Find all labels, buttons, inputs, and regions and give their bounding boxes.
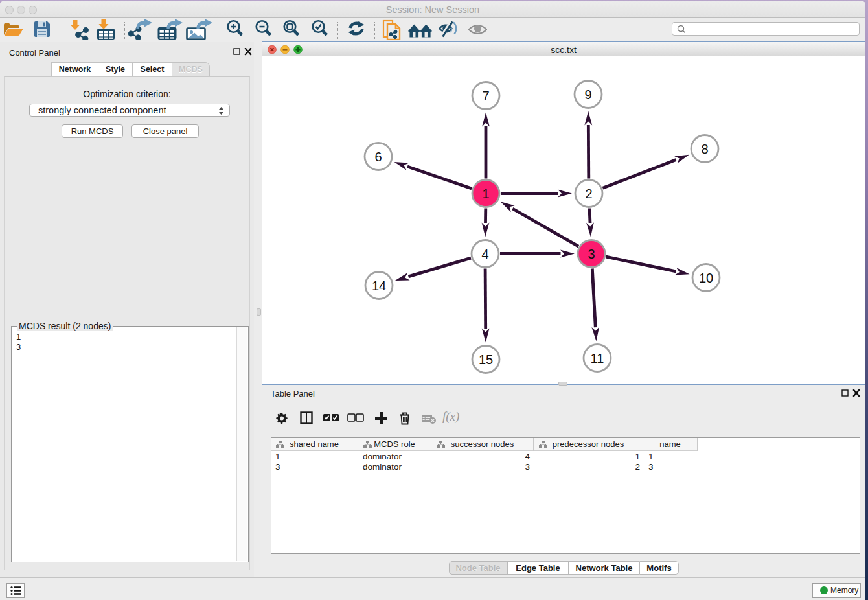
- svg-text:6: 6: [374, 150, 382, 164]
- svg-text:8: 8: [701, 142, 708, 156]
- svg-text:3: 3: [588, 247, 595, 261]
- svg-text:4: 4: [481, 247, 488, 261]
- svg-text:10: 10: [699, 271, 713, 285]
- svg-text:1: 1: [482, 187, 489, 201]
- svg-text:11: 11: [591, 351, 604, 365]
- svg-text:7: 7: [482, 89, 489, 103]
- svg-text:2: 2: [585, 187, 592, 201]
- svg-text:15: 15: [479, 352, 493, 367]
- svg-text:9: 9: [584, 87, 591, 102]
- svg-text:f(x): f(x): [442, 410, 459, 424]
- svg-text:14: 14: [372, 279, 386, 293]
